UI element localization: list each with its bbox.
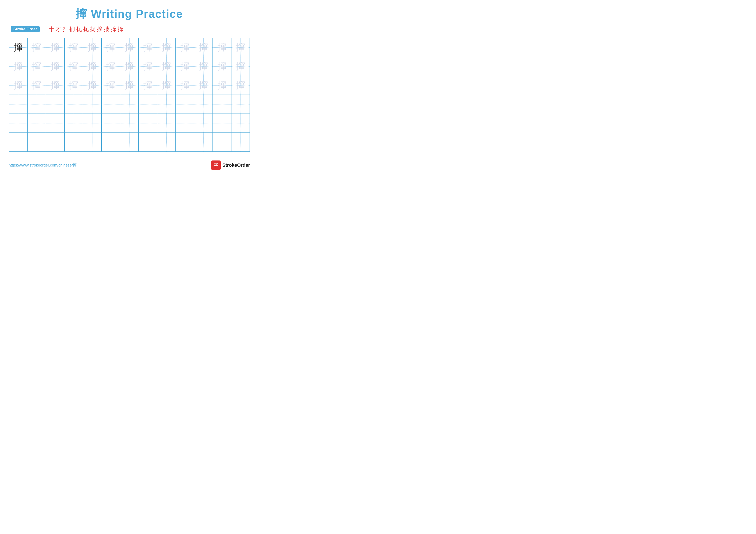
grid-cell: 撺 (176, 76, 194, 94)
grid-cell: 撺 (231, 76, 250, 94)
grid-cell-empty[interactable] (139, 114, 157, 133)
grid-cell-empty[interactable] (231, 114, 250, 133)
grid-cell-empty[interactable] (139, 133, 157, 151)
grid-row-4 (9, 95, 250, 114)
char-light: 撺 (88, 62, 97, 71)
grid-cell: 撺 (213, 76, 231, 94)
stroke-char-4: 扪 (69, 25, 75, 33)
grid-cell-empty[interactable] (28, 114, 46, 133)
char-light: 撺 (69, 43, 78, 52)
char-light: 撺 (162, 81, 171, 90)
stroke-char-0: 一 (42, 25, 47, 33)
grid-cell-empty[interactable] (46, 114, 65, 133)
grid-cell: 撺 (157, 38, 176, 57)
char-light: 撺 (199, 62, 208, 71)
footer-url[interactable]: https://www.strokeorder.com/chinese/撺 (9, 163, 77, 168)
char-light: 撺 (51, 62, 60, 71)
char-light: 撺 (217, 43, 227, 52)
grid-cell: 撺 (83, 57, 102, 76)
char-light: 撺 (180, 62, 189, 71)
grid-cell: 撺 (213, 38, 231, 57)
grid-cell: 撺 (176, 57, 194, 76)
grid-cell-empty[interactable] (120, 133, 139, 151)
grid-cell: 撺 (176, 38, 194, 57)
grid-cell-empty[interactable] (157, 95, 176, 114)
grid-cell: 撺 (231, 57, 250, 76)
grid-cell-empty[interactable] (231, 133, 250, 151)
grid-cell-empty[interactable] (157, 114, 176, 133)
grid-cell-empty[interactable] (102, 114, 120, 133)
grid-cell-empty[interactable] (65, 133, 83, 151)
grid-cell-empty[interactable] (28, 95, 46, 114)
char-dark: 撺 (14, 43, 23, 52)
char-light: 撺 (199, 43, 208, 52)
grid-cell-empty[interactable] (120, 95, 139, 114)
grid-cell-empty[interactable] (83, 114, 102, 133)
char-light: 撺 (106, 62, 115, 71)
grid-cell-empty[interactable] (213, 95, 231, 114)
grid-cell-empty[interactable] (231, 95, 250, 114)
grid-cell-empty[interactable] (9, 114, 28, 133)
char-light: 撺 (236, 43, 245, 52)
grid-cell-empty[interactable] (157, 133, 176, 151)
char-light: 撺 (14, 81, 23, 90)
char-light: 撺 (180, 81, 189, 90)
grid-cell-empty[interactable] (65, 95, 83, 114)
grid-cell: 撺 (83, 76, 102, 94)
char-light: 撺 (143, 43, 152, 52)
grid-cell-empty[interactable] (9, 95, 28, 114)
grid-cell-empty[interactable] (213, 133, 231, 151)
char-light: 撺 (162, 43, 171, 52)
grid-cell: 撺 (157, 76, 176, 94)
grid-cell-empty[interactable] (194, 133, 213, 151)
grid-cell: 撺 (46, 57, 65, 76)
grid-cell: 撺 (120, 76, 139, 94)
grid-cell: 撺 (120, 38, 139, 57)
grid-cell: 撺 (120, 57, 139, 76)
grid-cell: 撺 (194, 76, 213, 94)
grid-cell: 撺 (194, 57, 213, 76)
grid-cell: 撺 (65, 38, 83, 57)
grid-cell: 撺 (139, 57, 157, 76)
stroke-char-1: 十 (49, 25, 54, 33)
grid-cell-empty[interactable] (28, 133, 46, 151)
grid-cell: 撺 (9, 38, 28, 57)
grid-row-5 (9, 114, 250, 133)
grid-cell-empty[interactable] (176, 114, 194, 133)
grid-cell: 撺 (65, 57, 83, 76)
grid-cell-empty[interactable] (83, 95, 102, 114)
page-title: 撺 Writing Practice (9, 7, 250, 21)
grid-cell: 撺 (9, 57, 28, 76)
grid-cell-empty[interactable] (139, 95, 157, 114)
grid-cell-empty[interactable] (46, 133, 65, 151)
stroke-char-8: 挨 (97, 25, 103, 33)
char-light: 撺 (143, 81, 152, 90)
char-light: 撺 (199, 81, 208, 90)
grid-cell-empty[interactable] (176, 95, 194, 114)
char-light: 撺 (32, 81, 41, 90)
footer: https://www.strokeorder.com/chinese/撺 字 … (9, 158, 250, 170)
grid-cell-empty[interactable] (120, 114, 139, 133)
grid-cell-empty[interactable] (194, 95, 213, 114)
char-light: 撺 (69, 62, 78, 71)
stroke-order-badge: Stroke Order (11, 26, 40, 32)
char-light: 撺 (217, 62, 227, 71)
grid-cell-empty[interactable] (102, 95, 120, 114)
grid-cell-empty[interactable] (102, 133, 120, 151)
char-light: 撺 (236, 81, 245, 90)
grid-cell-empty[interactable] (46, 95, 65, 114)
grid-row-2: 撺撺撺撺撺撺撺撺撺撺撺撺撺 (9, 57, 250, 76)
grid-cell-empty[interactable] (65, 114, 83, 133)
grid-cell: 撺 (213, 57, 231, 76)
grid-cell-empty[interactable] (213, 114, 231, 133)
stroke-char-6: 扼 (83, 25, 89, 33)
grid-row-3: 撺撺撺撺撺撺撺撺撺撺撺撺撺 (9, 76, 250, 95)
stroke-sequence: 一十才扌扪扼扼拢挨搂撺撺 (42, 25, 123, 33)
char-light: 撺 (51, 81, 60, 90)
grid-cell-empty[interactable] (176, 133, 194, 151)
grid-cell-empty[interactable] (83, 133, 102, 151)
stroke-char-10: 撺 (111, 25, 116, 33)
grid-cell-empty[interactable] (9, 133, 28, 151)
grid-cell-empty[interactable] (194, 114, 213, 133)
grid-cell: 撺 (139, 38, 157, 57)
